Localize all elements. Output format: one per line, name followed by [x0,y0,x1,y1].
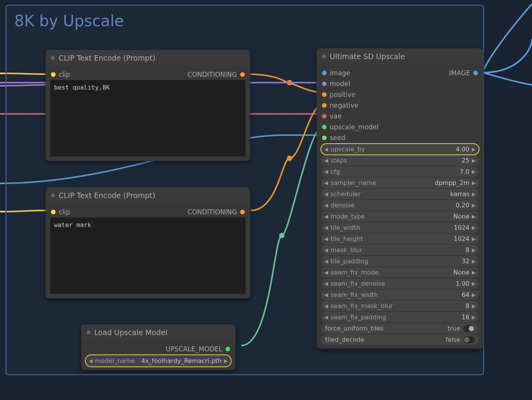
chevron-right-icon[interactable]: ▶ [472,269,476,275]
node-title: Load Upscale Model [94,328,168,337]
chevron-left-icon[interactable]: ◀ [324,236,328,242]
param-upscale_by[interactable]: ◀ upscale_by 4.00 ▶ [321,144,479,154]
chevron-right-icon[interactable]: ▶ [472,146,476,152]
toggle-switch[interactable] [463,325,475,332]
output-image[interactable]: IMAGE [449,69,478,77]
toggle-force_uniform_tiles[interactable]: force_uniform_tiles true [321,323,479,334]
chevron-right-icon[interactable]: ▶ [472,314,476,320]
chevron-right-icon[interactable]: ▶ [472,158,476,163]
output-conditioning[interactable]: CONDITIONING [188,71,245,78]
input-seed[interactable]: seed [322,134,346,142]
param-seam_fix_width[interactable]: ◀ seam_fix_width 64 ▶ [321,290,479,300]
prompt-text-input[interactable] [50,217,246,294]
prompt-text-input[interactable] [50,80,246,156]
chevron-left-icon[interactable]: ◀ [324,225,328,231]
node-ultimate-sd-upscale[interactable]: Ultimate SD Upscale image IMAGE modelpos… [317,48,483,349]
node-title: CLIP Text Encode (Prompt) [59,191,155,200]
node-collapse-dot[interactable] [51,193,55,197]
chevron-right-icon[interactable]: ▶ [472,169,476,175]
param-seam_fix_mask_blur[interactable]: ◀ seam_fix_mask_blur 8 ▶ [321,301,479,311]
node-header[interactable]: CLIP Text Encode (Prompt) [46,187,250,203]
chevron-right-icon[interactable]: ▶ [472,214,476,219]
chevron-right-icon[interactable]: ▶ [472,202,476,208]
node-collapse-dot[interactable] [86,331,90,334]
input-upscale_model[interactable]: upscale_model [322,123,379,131]
param-tile_height[interactable]: ◀ tile_height 1024 ▶ [321,234,479,244]
chevron-left-icon[interactable]: ◀ [324,247,328,253]
chevron-left-icon[interactable]: ◀ [324,269,328,275]
param-mask_blur[interactable]: ◀ mask_blur 8 ▶ [321,245,479,255]
output-upscale-model[interactable]: UPSCALE_MODEL [166,345,230,353]
param-tile_width[interactable]: ◀ tile_width 1024 ▶ [321,222,479,233]
toggle-tiled_decode[interactable]: tiled_decode false [321,334,479,345]
node-collapse-dot[interactable] [322,54,326,58]
node-title: CLIP Text Encode (Prompt) [59,54,155,62]
input-image[interactable]: image [322,69,350,77]
chevron-left-icon[interactable]: ◀ [324,258,328,264]
param-seam_fix_mode[interactable]: ◀ seam_fix_mode None ▶ [321,267,479,278]
output-conditioning[interactable]: CONDITIONING [188,208,245,216]
node-clip-text-encode-1[interactable]: CLIP Text Encode (Prompt) clip CONDITION… [46,50,250,161]
node-title: Ultimate SD Upscale [330,52,405,61]
node-header[interactable]: Load Upscale Model [81,324,236,341]
chevron-right-icon[interactable]: ▶ [472,225,476,231]
input-clip[interactable]: clip [51,71,70,78]
chevron-left-icon[interactable]: ◀ [324,180,328,186]
chevron-left-icon[interactable]: ◀ [89,358,93,364]
group-title: 8K by Upscale [7,6,483,36]
chevron-left-icon[interactable]: ◀ [324,314,328,320]
node-load-upscale-model[interactable]: Load Upscale Model UPSCALE_MODEL ◀ model… [81,324,236,370]
chevron-left-icon[interactable]: ◀ [324,191,328,197]
chevron-left-icon[interactable]: ◀ [324,158,328,163]
chevron-right-icon[interactable]: ▶ [472,236,476,242]
input-model[interactable]: model [322,80,350,88]
node-clip-text-encode-2[interactable]: CLIP Text Encode (Prompt) clip CONDITION… [46,187,250,298]
input-positive[interactable]: positive [322,91,356,98]
input-vae[interactable]: vae [322,112,342,120]
chevron-left-icon[interactable]: ◀ [324,214,328,219]
chevron-left-icon[interactable]: ◀ [324,292,328,298]
node-header[interactable]: CLIP Text Encode (Prompt) [46,50,250,66]
param-tile_padding[interactable]: ◀ tile_padding 32 ▶ [321,256,479,266]
param-denoise[interactable]: ◀ denoise 0.20 ▶ [321,200,479,210]
param-mode_type[interactable]: ◀ mode_type None ▶ [321,211,479,222]
node-collapse-dot[interactable] [51,56,55,60]
param-scheduler[interactable]: ◀ scheduler karras ▶ [321,189,479,199]
toggle-switch[interactable] [463,336,475,343]
node-header[interactable]: Ultimate SD Upscale [317,48,483,64]
param-model-name[interactable]: ◀ model_name 4x_foolhardy_Remacri.pth ▶ [86,355,231,366]
chevron-right-icon[interactable]: ▶ [472,303,476,309]
chevron-right-icon[interactable]: ▶ [224,358,228,364]
chevron-right-icon[interactable]: ▶ [472,292,476,298]
input-clip[interactable]: clip [51,208,70,216]
chevron-left-icon[interactable]: ◀ [324,303,328,309]
chevron-left-icon[interactable]: ◀ [324,202,328,208]
chevron-left-icon[interactable]: ◀ [324,169,328,175]
chevron-left-icon[interactable]: ◀ [324,281,328,286]
param-seam_fix_padding[interactable]: ◀ seam_fix_padding 16 ▶ [321,312,479,322]
param-cfg[interactable]: ◀ cfg 7.0 ▶ [321,166,479,177]
chevron-right-icon[interactable]: ▶ [472,258,476,264]
chevron-right-icon[interactable]: ▶ [472,247,476,253]
chevron-right-icon[interactable]: ▶ [472,180,476,186]
param-sampler_name[interactable]: ◀ sampler_name dpmpp_2m ▶ [321,178,479,188]
param-seam_fix_denoise[interactable]: ◀ seam_fix_denoise 1.00 ▶ [321,278,479,289]
param-steps[interactable]: ◀ steps 25 ▶ [321,155,479,166]
chevron-right-icon[interactable]: ▶ [472,281,476,286]
chevron-left-icon[interactable]: ◀ [324,146,328,152]
chevron-right-icon[interactable]: ▶ [472,191,476,197]
input-negative[interactable]: negative [322,102,358,109]
